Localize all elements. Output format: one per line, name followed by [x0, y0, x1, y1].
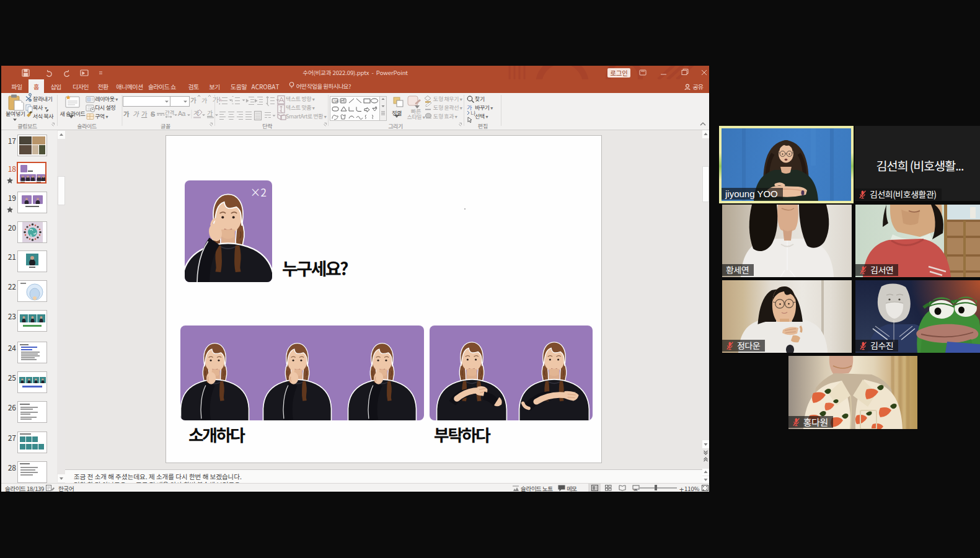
svg-text:가: 가: [123, 109, 130, 118]
svg-text:가: 가: [141, 109, 148, 118]
svg-text:S: S: [151, 110, 155, 118]
svg-text:간격: 간격: [165, 108, 174, 116]
svg-text:가: 가: [213, 94, 219, 104]
svg-text:가: 가: [190, 95, 196, 105]
svg-text:Aa: Aa: [178, 110, 186, 117]
svg-text:가: 가: [133, 109, 139, 118]
svg-text:가: 가: [201, 95, 207, 105]
svg-text:가A: 가A: [333, 99, 338, 103]
svg-text:가: 가: [207, 108, 213, 117]
